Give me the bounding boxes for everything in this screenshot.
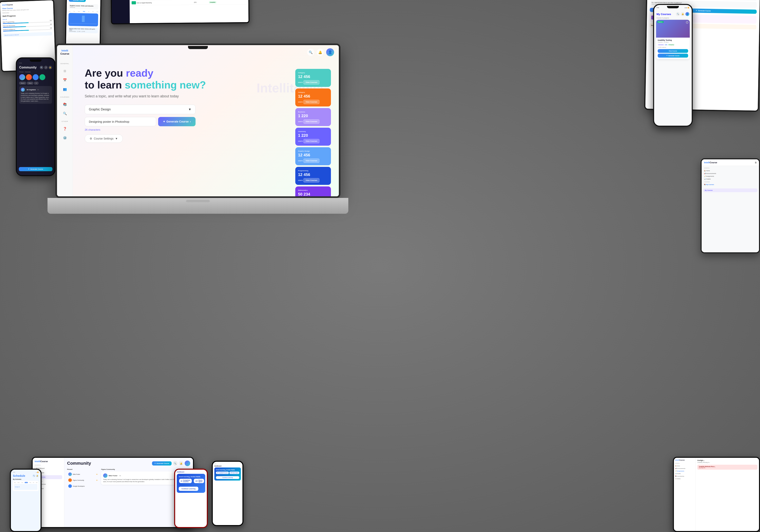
sidebar-community-icon[interactable]: 👥	[61, 85, 69, 93]
see-all-link[interactable]: See all	[3, 19, 7, 21]
card-action-1[interactable]: •••	[686, 21, 689, 24]
topic-card-6[interactable]: Mathematics 50 234 users	[295, 186, 331, 196]
topic-dropdown[interactable]: Graphic Design ▼	[85, 105, 196, 114]
course-thumb-3	[132, 1, 136, 4]
channel-google[interactable]: Google Developers	[67, 483, 99, 489]
assign-general-section: GENERAL	[675, 463, 694, 464]
topic-card-4[interactable]: Graphic Design 12 456 users View Courses	[295, 147, 331, 165]
my-courses-highlight[interactable]: My Courses	[703, 188, 757, 192]
channel-mike[interactable]: Mike Foster ★	[67, 471, 99, 477]
schedule-bell-icon[interactable]: 🔔	[36, 474, 39, 477]
logo-course: Course	[7, 4, 13, 6]
topic-card-3[interactable]: Chemistry 1 220 users View Courses	[295, 128, 331, 146]
sidebar-discover-icon[interactable]: 🔍	[61, 110, 69, 117]
avatar-community-main[interactable]	[185, 460, 190, 466]
sidebar-intelliboard-icon[interactable]: ⊞	[61, 67, 69, 74]
hamburger-icon[interactable]: ☰	[755, 162, 757, 164]
bell-btn-header[interactable]: 🔔	[317, 49, 324, 56]
intelboard-time: 9:41	[214, 463, 216, 464]
topic-card-2[interactable]: Business 1 220 users View Courses	[295, 108, 331, 126]
continue-learning-btn[interactable]: Continue Learning	[179, 487, 198, 491]
channel-figma[interactable]: Figma Community ★	[67, 477, 99, 483]
nav-announcements[interactable]: 📢 Announcements	[675, 467, 694, 470]
usability-card[interactable]: Beginner ••• Usability Testing 4 lessons…	[656, 20, 690, 59]
course-description-input[interactable]	[85, 117, 156, 126]
mycourses-right-header: My Courses 🔍 🔔 👤	[656, 11, 690, 17]
tab-channels[interactable]: Channels	[25, 71, 31, 73]
mycourses-right-title: My Courses	[656, 13, 671, 16]
schedule-search-icon[interactable]: 🔍	[32, 474, 35, 477]
sidebar-support-icon[interactable]: ❓	[61, 125, 69, 132]
tablet-community-bottom: IntelliCourse GENERAL ⊞ Intelliboard 📅 S…	[32, 457, 194, 528]
nav-coursenames[interactable]: 📚 Coursenames	[675, 475, 694, 477]
laptop-main: Intelli Course GENERAL ⊞ 📅 👥 COURSES 📚 🔍…	[55, 44, 340, 214]
assignments-title: Assign...	[697, 459, 757, 461]
community-main-header: Community ✦ Generate Course 🔍 🔔	[67, 460, 190, 466]
view-all-courses-btn[interactable]: View all courses to discover	[3, 32, 52, 37]
search-icon-community-main[interactable]: 🔍	[173, 461, 177, 466]
community-search-icon[interactable]: 🔍	[40, 66, 43, 69]
avatar-channel-1	[19, 74, 25, 80]
topic-card-5[interactable]: Programming 12 456 users View Courses	[295, 167, 331, 185]
far-nav-mycourses[interactable]: 📚 My Courses	[704, 183, 757, 186]
generate-course-btn-main[interactable]: ✦ Generate Course ›	[158, 117, 196, 126]
search-icon-mycourses[interactable]: 🔍	[676, 12, 680, 16]
nav-outline[interactable]: 📋 Outline	[675, 477, 694, 480]
avatar-header[interactable]: 👤	[326, 48, 334, 56]
topic-view-btn-1[interactable]: View Courses	[304, 100, 319, 104]
community-share-icon[interactable]: ↗	[44, 66, 48, 69]
more-btn[interactable]: •••	[34, 82, 38, 84]
topic-view-btn-0[interactable]: View Courses	[304, 80, 319, 84]
far-nav-announcements[interactable]: 📢 Announcements	[704, 172, 757, 175]
topic-count-0: 12 456	[298, 74, 328, 79]
assignment-item-1[interactable]: Usability Methods Reco... Due Mon #1	[697, 465, 757, 470]
continue-learning-btn-small[interactable]: Continue Learning	[216, 476, 239, 479]
topic-view-btn-5[interactable]: View Courses	[304, 178, 319, 182]
search-btn-header[interactable]: 🔍	[307, 49, 314, 56]
tag-abstraction: Abstraction	[658, 44, 664, 46]
topic-view-btn-3[interactable]: View Courses	[304, 139, 319, 143]
sidebar-settings-icon[interactable]: ⚙️	[61, 134, 69, 141]
nav-grades[interactable]: 📊 Grades	[675, 472, 694, 475]
nav-home[interactable]: 🏠 Home	[675, 464, 694, 467]
channel-mike-star: ★	[96, 473, 98, 475]
app-container: Intelli Course GENERAL ⊞ 📅 👥 COURSES 📚 🔍…	[57, 45, 339, 196]
completed-count: 20	[181, 480, 182, 482]
course-settings-btn[interactable]: ⚙ Course Settings ▼	[85, 134, 123, 143]
mycourses-far-right-screen: IntelliCourse ☰ GENERAL 🏠 Home 📢 Announc…	[702, 159, 759, 252]
topic-card-0[interactable]: Category 12 456 users View Courses	[295, 69, 331, 87]
topic-card-1[interactable]: Category 12 456 users View Courses	[295, 88, 331, 107]
topic-units-2: users	[298, 121, 303, 122]
bell-icon-community-main[interactable]: 🔔	[179, 461, 183, 466]
post-card-avatar	[103, 473, 108, 478]
far-nav-grades[interactable]: 📊 Grades	[704, 178, 757, 180]
intelboard-greeting-small: Good morning, Arshia Habib.	[216, 469, 239, 470]
nav-assignments[interactable]: 📝 Assignments	[675, 470, 694, 472]
tab-pinned[interactable]: Pinned	[19, 71, 24, 73]
far-nav-home[interactable]: 🏠 Home	[704, 169, 757, 172]
bell-icon-mycourses[interactable]: 🔔	[681, 12, 685, 16]
community-bell-icon[interactable]: 🔔	[48, 66, 52, 69]
avatar-mycourses[interactable]: 👤	[686, 12, 689, 16]
settings-label: Course Settings	[94, 137, 114, 140]
share-btn[interactable]: Share	[27, 82, 33, 84]
lesson-time: Tomorrow	[70, 7, 97, 8]
generate-course-btn-calendar[interactable]: ✦ Generate Course	[69, 0, 86, 2]
generate-btn-community-main[interactable]: ✦ Generate Course	[152, 461, 171, 465]
hero-title-ready: ready	[126, 67, 153, 79]
far-nav-assignments[interactable]: 📝 Assignments	[704, 175, 757, 178]
search-btn[interactable]: Search	[19, 82, 26, 84]
sidebar-mycourses-icon[interactable]: 📚	[61, 101, 69, 108]
sidebar-section-other: OTHER	[62, 121, 68, 122]
generate-course-btn-card[interactable]: ✦ Generate Course	[658, 54, 688, 58]
topic-units-1: users	[298, 101, 303, 103]
topic-view-btn-2[interactable]: View Courses	[304, 119, 319, 124]
generate-btn-community[interactable]: ✦ Generate Course	[19, 167, 52, 171]
sidebar-schedule-icon[interactable]: 📅	[61, 76, 69, 83]
topic-view-btn-4[interactable]: View Courses	[304, 159, 319, 163]
lesson-title: English Lesson: Verbs and Adverbs	[70, 5, 97, 7]
view-course-btn-card[interactable]: View Course	[658, 49, 688, 53]
course-row-3[interactable]: Intro to Digital Marketing 2/21 Complete	[132, 0, 246, 5]
course-status-3: Complete	[209, 1, 216, 3]
intelboard-stats-small: 20 Completed Courses 125 Hours Spent	[216, 472, 239, 474]
